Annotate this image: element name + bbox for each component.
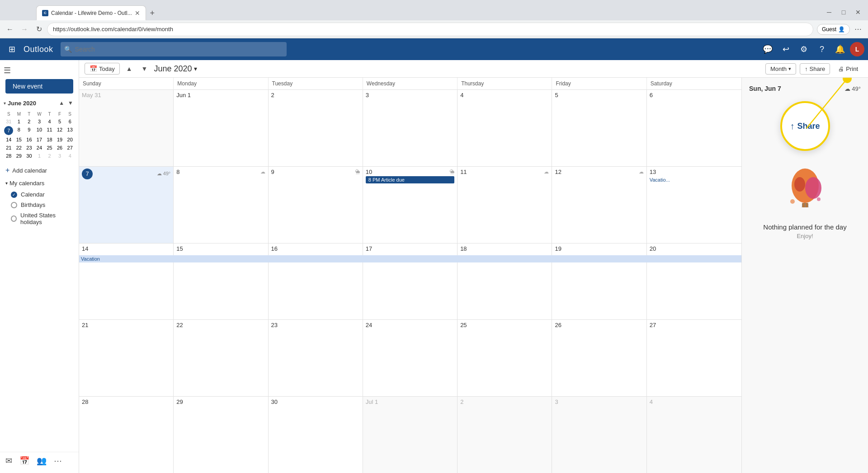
mini-day[interactable]: 19 [55,136,65,144]
new-tab-button[interactable]: + [146,7,159,19]
browser-close[interactable]: ✕ [852,6,864,19]
browser-tab[interactable]: C Calendar - Lifewire Demo - Outl... ✕ [36,5,146,20]
mini-day[interactable]: 20 [65,136,75,144]
mini-day[interactable]: 8 [14,126,24,136]
people-icon[interactable]: 👥 [37,456,47,466]
mini-day[interactable]: 22 [14,144,24,152]
add-calendar-button[interactable]: + Add calendar [0,164,79,177]
today-button[interactable]: 📅 Today [85,63,120,75]
share-button[interactable]: ↑ Share [800,63,830,75]
settings-icon-button[interactable]: ⚙ [796,41,812,57]
cal-cell[interactable]: 25 [458,320,552,396]
mini-day[interactable]: 4 [44,117,55,126]
address-bar[interactable] [47,23,813,36]
mini-day[interactable]: 10 [34,126,45,136]
back-button[interactable]: ← [4,23,16,36]
chat-icon-button[interactable]: ↩ [778,41,794,57]
avatar[interactable]: L [850,42,864,56]
cal-cell[interactable]: 29 [174,397,268,473]
mini-day[interactable]: 27 [65,144,75,152]
cal-cell[interactable]: 22 [174,320,268,396]
help-icon-button[interactable]: ? [814,41,830,57]
mini-day[interactable]: 1 [14,117,24,126]
month-view-button[interactable]: Month ▾ [765,63,796,75]
mini-cal-next[interactable]: ▼ [66,99,75,107]
cal-cell[interactable]: 6 [647,90,741,166]
mini-day[interactable]: 18 [44,136,55,144]
cal-cell[interactable]: Jun 1 [174,90,268,166]
cal-cell[interactable]: 4 [458,90,552,166]
forward-button[interactable]: → [18,23,31,36]
cal-cell[interactable]: 23 [269,320,363,396]
sidebar-toggle-button[interactable]: ☰ [4,66,11,75]
cal-cell[interactable]: 2 [458,397,552,473]
guest-button[interactable]: Guest 👤 [817,24,850,35]
cal-cell[interactable]: 12 ☁ [552,167,646,243]
calendar-item-holidays[interactable]: United States holidays [0,210,79,227]
cal-cell[interactable]: 9 🌦 [269,167,363,243]
mini-day[interactable]: 9 [24,126,34,136]
mini-day[interactable]: 15 [14,136,24,144]
mini-day[interactable]: 23 [24,144,34,152]
mini-day[interactable]: 13 [65,126,75,136]
cal-cell[interactable]: 24 [363,320,458,396]
mini-day-today[interactable]: 7 [4,126,13,135]
vacation-bar-row[interactable]: Vacation [79,255,741,262]
cal-cell[interactable]: 5 [552,90,646,166]
mini-day[interactable]: 6 [65,117,75,126]
refresh-button[interactable]: ↻ [33,23,45,36]
mini-day[interactable]: 31 [4,117,14,126]
mini-day[interactable]: 28 [4,152,14,160]
mini-day[interactable]: 30 [24,152,34,160]
mini-day[interactable]: 3 [55,152,65,160]
cal-cell[interactable]: Jul 1 [363,397,458,473]
mini-cal-prev[interactable]: ▲ [57,99,66,107]
mini-day[interactable]: 3 [34,117,45,126]
mini-day[interactable]: 29 [14,152,24,160]
cal-cell[interactable]: 13 Vacatio... [647,167,741,243]
event-bar-article[interactable]: 8 PM Article due [366,176,454,183]
tab-close-icon[interactable]: ✕ [135,9,140,17]
skype-icon-button[interactable]: 💬 [760,41,776,57]
mini-day[interactable]: 17 [34,136,45,144]
mail-icon[interactable]: ✉ [5,456,12,466]
prev-month-button[interactable]: ▲ [123,63,135,74]
mini-day[interactable]: 12 [55,126,65,136]
cal-cell[interactable]: 3 [552,397,646,473]
cal-cell[interactable]: 10 🌦 8 PM Article due [363,167,458,243]
mini-day[interactable]: 2 [44,152,55,160]
cal-cell[interactable]: 4 [647,397,741,473]
cal-cell[interactable]: 26 [552,320,646,396]
mini-day[interactable]: 4 [65,152,75,160]
cal-cell[interactable]: 27 [647,320,741,396]
calendar-item-calendar[interactable]: ✓ Calendar [0,189,79,200]
mini-day[interactable]: 26 [55,144,65,152]
cal-cell-today[interactable]: 7 ☁ 49° [79,167,174,243]
browser-menu-button[interactable]: ⋯ [852,23,864,36]
mini-cal-header[interactable]: ▾ June 2020 ▲ ▼ [4,97,75,109]
mini-day[interactable]: 24 [34,144,45,152]
mini-day[interactable]: 2 [24,117,34,126]
mini-day[interactable]: 5 [55,117,65,126]
new-event-button[interactable]: New event [5,79,73,94]
calendar-icon[interactable]: 📅 [19,456,29,466]
cal-cell[interactable]: 28 [79,397,174,473]
more-icon[interactable]: ⋯ [54,456,62,466]
calendar-item-birthdays[interactable]: Birthdays [0,200,79,210]
month-title[interactable]: June 2020 ▾ [154,64,197,74]
mini-day[interactable]: 21 [4,144,14,152]
cal-cell[interactable]: 21 [79,320,174,396]
mini-day[interactable]: 25 [44,144,55,152]
cal-cell[interactable]: 30 [269,397,363,473]
print-button[interactable]: 🖨 Print [834,64,863,74]
mini-day[interactable]: 14 [4,136,14,144]
browser-minimize[interactable]: ─ [823,6,835,19]
next-month-button[interactable]: ▼ [139,63,151,74]
mini-day[interactable]: 16 [24,136,34,144]
notifications-icon-button[interactable]: 🔔 [832,41,848,57]
cal-cell[interactable]: 3 [363,90,458,166]
mini-day[interactable]: 1 [34,152,45,160]
browser-restore[interactable]: □ [837,6,850,19]
mini-day[interactable]: 11 [44,126,55,136]
waffle-menu-button[interactable]: ⊞ [4,41,20,57]
